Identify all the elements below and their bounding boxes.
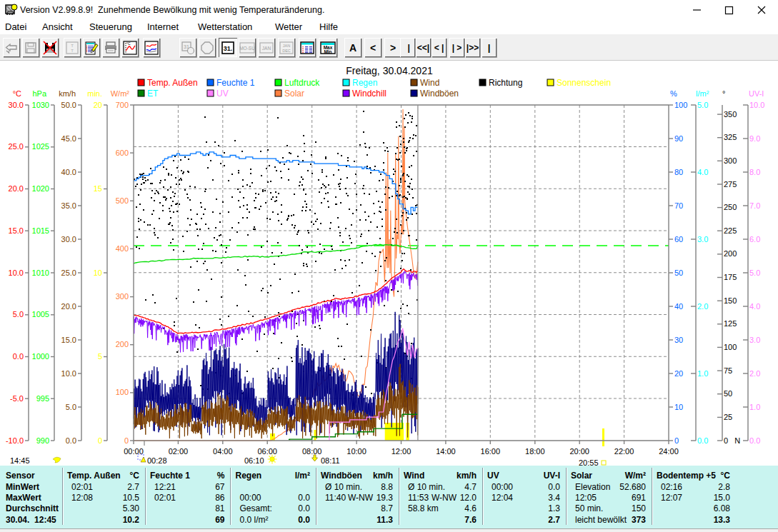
svg-text:100: 100: [116, 388, 129, 396]
svg-text:2.0: 2.0: [749, 369, 760, 378]
svg-text:00:00: 00:00: [124, 447, 144, 456]
svg-text:995: 995: [36, 394, 49, 403]
svg-text:100: 100: [674, 101, 687, 109]
svg-text:Regen: Regen: [352, 78, 377, 88]
svg-text:300: 300: [724, 156, 737, 165]
svg-text:DEC: DEC: [282, 49, 291, 53]
svg-text:Min: Min: [324, 49, 331, 54]
svg-text:0.0: 0.0: [697, 436, 708, 445]
svg-text:06:00: 06:00: [257, 447, 277, 456]
svg-text:T: T: [71, 49, 74, 53]
svg-text:Freitag, 30.04.2021: Freitag, 30.04.2021: [346, 65, 433, 76]
svg-text:7.0: 7.0: [749, 201, 760, 210]
svg-text:06:10: 06:10: [244, 456, 264, 465]
svg-text:15.0: 15.0: [9, 226, 24, 235]
svg-text:Temp. Außen: Temp. Außen: [147, 78, 198, 88]
svg-text:°: °: [722, 89, 725, 98]
svg-text:30.0: 30.0: [9, 101, 24, 109]
svg-text:Luftdruck: Luftdruck: [284, 78, 320, 88]
svg-text:1025: 1025: [32, 142, 49, 151]
svg-text:2.0: 2.0: [697, 302, 708, 311]
svg-text:50: 50: [724, 389, 732, 398]
svg-text:Windböen: Windböen: [420, 89, 459, 99]
svg-text:18:00: 18:00: [525, 447, 545, 456]
svg-text:350: 350: [724, 110, 737, 119]
svg-text:08:00: 08:00: [302, 447, 322, 456]
svg-text:5.0: 5.0: [697, 101, 708, 109]
svg-text:1000: 1000: [32, 352, 49, 361]
svg-text:1005: 1005: [32, 310, 49, 318]
svg-text:200: 200: [724, 249, 737, 258]
svg-text:990: 990: [36, 436, 49, 445]
svg-text:325: 325: [724, 133, 737, 141]
svg-text:75: 75: [724, 366, 732, 375]
svg-text:300: 300: [116, 292, 129, 301]
svg-text:45.0: 45.0: [61, 134, 76, 143]
svg-text:%: %: [670, 89, 677, 98]
svg-text:hPa: hPa: [32, 89, 46, 98]
svg-text:ET: ET: [147, 89, 159, 99]
svg-text:100: 100: [724, 343, 737, 351]
svg-text:16:00: 16:00: [481, 447, 501, 456]
svg-text:1020: 1020: [32, 184, 49, 193]
svg-text:0: 0: [98, 436, 102, 445]
svg-text:l/m²: l/m²: [696, 89, 709, 98]
svg-text:0.0: 0.0: [66, 436, 76, 445]
svg-text:-10.0: -10.0: [6, 436, 24, 445]
svg-text:8.0: 8.0: [749, 168, 760, 176]
svg-text:22:00: 22:00: [614, 447, 634, 456]
svg-text:31.: 31.: [224, 45, 233, 52]
svg-text:08:11: 08:11: [321, 456, 340, 465]
svg-text:10.0: 10.0: [61, 369, 76, 378]
svg-text:UV: UV: [216, 89, 229, 99]
svg-text:175: 175: [724, 273, 737, 281]
svg-text:25: 25: [724, 413, 732, 421]
svg-text:Richtung: Richtung: [489, 78, 522, 88]
svg-text:0: 0: [124, 436, 129, 445]
svg-text:600: 600: [116, 149, 129, 157]
svg-text:1.0: 1.0: [749, 403, 760, 411]
svg-text:4.0: 4.0: [697, 168, 708, 176]
svg-text:Wind: Wind: [420, 78, 439, 88]
svg-text:125: 125: [724, 319, 737, 328]
svg-text:15.0: 15.0: [61, 336, 76, 344]
svg-text:1.0: 1.0: [697, 369, 708, 378]
svg-text:10:00: 10:00: [346, 447, 366, 456]
svg-text:5: 5: [98, 352, 102, 361]
svg-text:12:00: 12:00: [392, 447, 412, 456]
svg-text:50.0: 50.0: [61, 101, 76, 109]
svg-text:0.0: 0.0: [749, 436, 760, 445]
svg-text:Feuchte 1: Feuchte 1: [216, 78, 255, 88]
svg-text:min.: min.: [87, 89, 102, 98]
svg-text:10: 10: [94, 268, 102, 277]
svg-text:500: 500: [116, 196, 129, 205]
svg-text:5.0: 5.0: [13, 310, 24, 318]
svg-text:20.0: 20.0: [9, 184, 24, 193]
svg-text:10: 10: [674, 403, 683, 411]
svg-text:JAN: JAN: [283, 44, 290, 48]
svg-text:700: 700: [116, 101, 129, 109]
svg-text:T: T: [71, 44, 74, 48]
svg-text:20:00: 20:00: [569, 447, 589, 456]
svg-text:3.0: 3.0: [697, 235, 708, 244]
svg-text:20: 20: [94, 101, 102, 109]
svg-text:250: 250: [724, 203, 737, 211]
svg-text:00:28: 00:28: [147, 456, 167, 465]
svg-text:°C: °C: [126, 41, 131, 46]
svg-text:UV-I: UV-I: [749, 89, 764, 98]
svg-text:90: 90: [674, 134, 683, 143]
svg-text:30.0: 30.0: [61, 235, 76, 244]
svg-text:km/h: km/h: [59, 89, 76, 98]
svg-text:-5.0: -5.0: [10, 394, 24, 403]
svg-text:15: 15: [94, 184, 102, 193]
svg-text:40: 40: [674, 302, 683, 311]
svg-text:20: 20: [674, 369, 683, 378]
svg-text:225: 225: [724, 226, 737, 235]
svg-text:JAN: JAN: [262, 46, 271, 51]
svg-text:4.0: 4.0: [749, 302, 760, 311]
svg-text:1015: 1015: [32, 226, 49, 235]
svg-text:25.0: 25.0: [9, 142, 24, 151]
svg-text:02:00: 02:00: [169, 447, 189, 456]
svg-text:150: 150: [724, 296, 737, 305]
svg-text:50: 50: [674, 268, 683, 277]
